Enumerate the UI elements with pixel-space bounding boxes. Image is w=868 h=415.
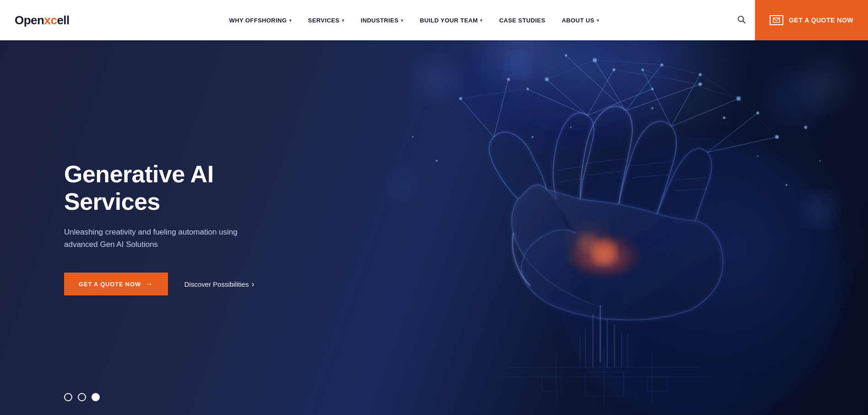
chevron-down-icon: ▾ xyxy=(289,18,291,23)
svg-point-81 xyxy=(819,160,821,162)
svg-point-39 xyxy=(699,82,702,86)
carousel-dots xyxy=(64,393,100,401)
svg-rect-63 xyxy=(621,331,622,367)
arrow-right-icon: → xyxy=(146,280,153,288)
nav-item-case-studies[interactable]: CASE STUDIES xyxy=(491,0,554,40)
svg-point-44 xyxy=(756,111,759,114)
hero-quote-button[interactable]: GET A QUOTE NOW → xyxy=(64,273,168,295)
svg-rect-64 xyxy=(579,336,580,367)
main-nav: WHY OFFSHORING ▾ SERVICES ▾ INDUSTRIES ▾… xyxy=(101,0,728,40)
chevron-down-icon: ▾ xyxy=(342,18,344,23)
chevron-down-icon: ▾ xyxy=(480,18,482,23)
nav-item-about-us[interactable]: ABOUT US ▾ xyxy=(554,0,608,40)
svg-point-47 xyxy=(507,78,510,81)
svg-point-85 xyxy=(578,233,597,252)
hero-title: Generative AIServices xyxy=(64,161,302,216)
chevron-down-icon: ▾ xyxy=(597,18,599,23)
nav-item-build-team[interactable]: BUILD YOUR TEAM ▾ xyxy=(411,0,491,40)
svg-line-1 xyxy=(743,21,745,23)
svg-point-80 xyxy=(804,126,807,129)
nav-item-why-offshoring[interactable]: WHY OFFSHORING ▾ xyxy=(221,0,300,40)
carousel-dot-2[interactable] xyxy=(78,393,86,401)
svg-point-9 xyxy=(388,170,417,199)
svg-rect-60 xyxy=(593,315,593,367)
svg-point-76 xyxy=(651,107,653,109)
svg-point-7 xyxy=(767,70,825,127)
svg-point-77 xyxy=(723,116,725,119)
svg-point-35 xyxy=(651,88,653,90)
svg-rect-65 xyxy=(627,333,628,367)
email-icon xyxy=(770,15,783,25)
svg-point-83 xyxy=(412,136,413,137)
svg-point-5 xyxy=(415,58,458,101)
svg-rect-72 xyxy=(542,377,561,391)
header: Openxcell WHY OFFSHORING ▾ SERVICES ▾ IN… xyxy=(0,0,868,40)
svg-point-79 xyxy=(786,184,787,186)
svg-point-6 xyxy=(506,53,530,77)
svg-rect-62 xyxy=(585,329,586,367)
svg-rect-59 xyxy=(607,319,608,367)
hero-visual xyxy=(365,40,868,415)
svg-point-82 xyxy=(436,160,437,162)
hero-subtitle: Unleashing creativity and fueling automa… xyxy=(64,226,265,251)
svg-point-40 xyxy=(565,54,567,56)
svg-point-33 xyxy=(545,78,548,81)
search-button[interactable] xyxy=(728,15,755,26)
svg-rect-61 xyxy=(614,324,615,367)
header-cta-button[interactable]: GET A QUOTE NOW xyxy=(755,0,868,40)
svg-point-43 xyxy=(642,69,644,71)
chevron-down-icon: ▾ xyxy=(401,18,403,23)
svg-point-75 xyxy=(570,126,571,128)
chevron-right-icon: › xyxy=(252,279,254,289)
svg-rect-58 xyxy=(599,305,601,363)
hero-discover-button[interactable]: Discover Possibilities › xyxy=(184,279,254,289)
logo-accent: xc xyxy=(44,13,57,27)
carousel-dot-1[interactable] xyxy=(64,393,72,401)
svg-point-78 xyxy=(757,155,758,157)
nav-item-industries[interactable]: INDUSTRIES ▾ xyxy=(352,0,411,40)
hero-content: Generative AIServices Unleashing creativ… xyxy=(0,40,302,415)
hero-actions: GET A QUOTE NOW → Discover Possibilities… xyxy=(64,273,302,295)
ai-hand-svg xyxy=(365,40,868,415)
logo[interactable]: Openxcell xyxy=(0,13,101,27)
svg-point-8 xyxy=(803,192,837,225)
hero-section: Generative AIServices Unleashing creativ… xyxy=(0,0,868,415)
svg-point-74 xyxy=(532,136,534,138)
carousel-dot-3[interactable] xyxy=(92,393,100,401)
nav-item-services[interactable]: SERVICES ▾ xyxy=(300,0,352,40)
